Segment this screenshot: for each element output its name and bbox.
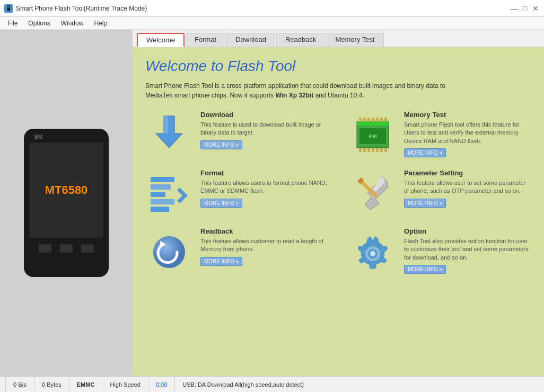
format-title: Format [200,169,328,177]
close-button[interactable]: ✕ [531,5,540,12]
tab-format[interactable]: Format [186,33,225,47]
svg-rect-23 [151,199,174,204]
readback-title: Readback [200,227,328,235]
svg-rect-5 [363,118,366,122]
tab-readback[interactable]: Readback [276,33,326,47]
svg-point-33 [370,251,375,256]
status-connection: High Speed [102,377,148,392]
svg-rect-20 [151,177,174,182]
download-title: Download [200,111,328,119]
svg-marker-1 [164,116,168,133]
svg-rect-12 [363,148,366,152]
option-text: Option Flash Tool also provides option f… [404,227,531,274]
tab-download[interactable]: Download [226,33,275,47]
status-bytes: 0 Bytes [34,377,69,392]
phone-screen: MT6580 [29,142,103,238]
parameter-setting-more-info[interactable]: MORE INFO » [404,199,446,208]
feature-download: Download This feature is used to downloa… [145,111,328,158]
svg-text:RAM: RAM [369,135,377,139]
status-usb-info: USB: DA Download All(high speed,auto det… [175,377,539,392]
readback-icon [145,227,193,275]
format-desc: This feature allows users to format phon… [200,179,328,195]
welcome-content: Welcome to Flash Tool Smart Phone Flash … [133,47,544,376]
svg-marker-0 [156,116,182,148]
svg-rect-22 [151,192,165,197]
svg-rect-15 [376,148,379,152]
welcome-description: Smart Phone Flash Tool is a cross platfo… [145,81,463,100]
readback-text: Readback This feature allows customer to… [200,227,328,266]
feature-grid: Download This feature is used to downloa… [145,111,531,275]
menu-options[interactable]: Options [23,19,55,28]
option-desc: Flash Tool also provides option function… [404,237,531,262]
svg-rect-6 [367,118,370,122]
window-controls: — □ ✕ [510,5,540,12]
minimize-button[interactable]: — [510,5,519,12]
memory-test-title: Memory Test [404,111,531,119]
download-desc: This feature is used to download built i… [200,121,328,137]
app-icon: 📱 [4,4,13,13]
maximize-button[interactable]: □ [521,5,529,12]
phone-container: BM MT6580 [24,129,109,277]
parameter-setting-title: Parameter Setting [404,169,531,177]
phone-buttons [39,244,94,253]
welcome-title: Welcome to Flash Tool [145,58,531,75]
svg-rect-10 [384,118,387,122]
status-speed: 0 B/s [5,377,34,392]
format-icon [145,169,193,217]
download-text: Download This feature is used to downloa… [200,111,328,149]
chip-model: MT6580 [45,183,88,197]
svg-rect-21 [151,184,171,190]
title-bar-left: 📱 Smart Phone Flash Tool(Runtime Trace M… [4,4,147,13]
feature-option: Option Flash Tool also provides option f… [349,227,531,275]
svg-rect-7 [372,118,374,122]
svg-marker-25 [177,188,188,203]
phone-label: BM [34,134,42,140]
readback-more-info[interactable]: MORE INFO » [200,257,242,266]
memory-test-desc: Smart phone Flash tool offers this featu… [404,121,531,145]
memory-test-icon: RAM [349,111,397,158]
status-time: 0:00 [148,377,175,392]
window-title: Smart Phone Flash Tool(Runtime Trace Mod… [16,5,147,12]
phone-button-right [81,244,94,253]
phone-button-left [39,244,51,253]
svg-rect-4 [359,118,362,122]
svg-rect-11 [359,148,362,152]
svg-rect-13 [367,148,370,152]
option-title: Option [404,227,531,235]
feature-format: Format This feature allows users to form… [145,169,328,217]
feature-parameter-setting: Parameter Setting This feature allows us… [349,169,531,217]
parameter-setting-icon [349,169,397,217]
right-content: Welcome Format Download Readback Memory … [133,30,544,376]
phone-graphic: BM MT6580 [24,129,109,277]
download-icon [145,111,193,158]
memory-test-text: Memory Test Smart phone Flash tool offer… [404,111,531,157]
phone-top: BM [29,134,103,140]
option-more-info[interactable]: MORE INFO » [404,265,446,274]
tab-bar: Welcome Format Download Readback Memory … [133,30,544,47]
tab-welcome[interactable]: Welcome [137,33,185,47]
format-more-info[interactable]: MORE INFO » [200,199,242,208]
memory-test-more-info[interactable]: MORE INFO » [404,148,446,157]
option-icon [349,227,397,275]
menu-help[interactable]: Help [89,19,112,28]
parameter-setting-desc: This feature allows user to set some par… [404,179,531,195]
menu-window[interactable]: Window [56,19,89,28]
feature-memory-test: RAM Memory Test Smart phone Flash tool o… [349,111,531,158]
svg-rect-3 [357,121,389,126]
menu-file[interactable]: File [2,19,23,28]
phone-button-center [60,244,73,253]
readback-desc: This feature allows customer to read a l… [200,237,328,254]
parameter-setting-text: Parameter Setting This feature allows us… [404,169,531,208]
tab-memory-test[interactable]: Memory Test [327,33,384,47]
main-layout: BM MT6580 Welcome Format Download Readba… [0,30,544,376]
svg-rect-14 [372,148,374,152]
menu-bar: File Options Window Help [0,17,544,30]
svg-rect-8 [376,118,379,122]
svg-rect-16 [380,148,383,152]
svg-rect-17 [384,148,387,152]
status-storage: EMMC [69,377,103,392]
download-more-info[interactable]: MORE INFO » [200,140,242,149]
status-bar: 0 B/s 0 Bytes EMMC High Speed 0:00 USB: … [0,376,544,392]
svg-rect-9 [380,118,383,122]
title-bar: 📱 Smart Phone Flash Tool(Runtime Trace M… [0,0,544,17]
